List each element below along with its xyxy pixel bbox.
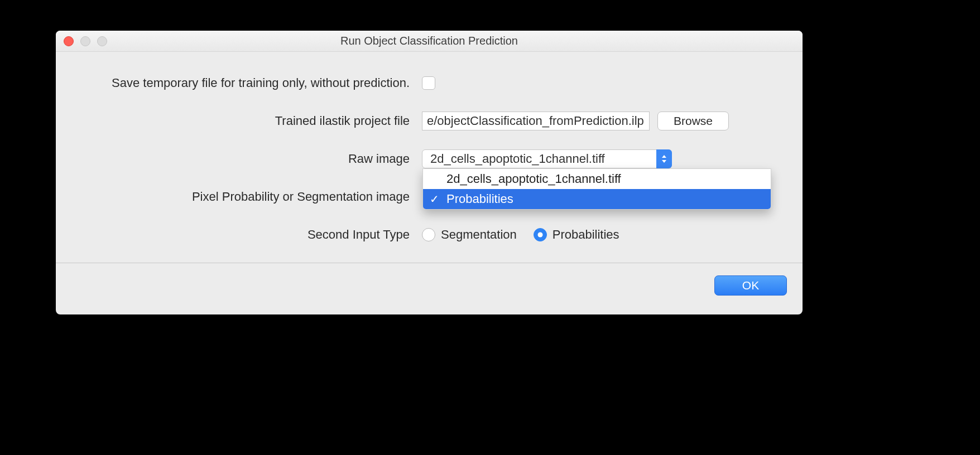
row-save-temp: Save temporary file for training only, w… [71, 73, 787, 93]
check-icon: ✓ [430, 192, 439, 206]
dialog-content: Save temporary file for training only, w… [56, 52, 803, 314]
dialog-window: Run Object Classification Prediction Sav… [56, 31, 803, 314]
browse-button[interactable]: Browse [657, 112, 729, 130]
row-raw-image: Raw image 2d_cells_apoptotic_1channel.ti… [71, 149, 787, 169]
radio-icon [422, 228, 435, 241]
close-icon[interactable] [64, 36, 74, 46]
dropdown-item-label: Probabilities [446, 192, 513, 206]
radio-label: Probabilities [553, 228, 619, 242]
project-file-input[interactable]: e/objectClassification_fromPrediction.il… [422, 112, 650, 130]
raw-image-dropdown: 2d_cells_apoptotic_1channel.tiff ✓ Proba… [422, 168, 771, 210]
ok-button[interactable]: OK [714, 275, 787, 296]
dropdown-item-label: 2d_cells_apoptotic_1channel.tiff [446, 172, 621, 186]
dropdown-item-selected[interactable]: ✓ Probabilities [423, 189, 771, 209]
second-input-radio-group: Segmentation Probabilities [422, 228, 619, 242]
window-title: Run Object Classification Prediction [56, 35, 803, 47]
second-input-label: Second Input Type [71, 228, 422, 242]
project-file-value: e/objectClassification_fromPrediction.il… [427, 114, 644, 128]
radio-option-probabilities[interactable]: Probabilities [534, 228, 619, 242]
maximize-icon[interactable] [97, 36, 107, 46]
dropdown-item[interactable]: 2d_cells_apoptotic_1channel.tiff [423, 169, 771, 189]
pixel-prob-label: Pixel Probability or Segmentation image [71, 190, 422, 204]
save-temp-checkbox[interactable] [422, 76, 435, 90]
save-temp-label: Save temporary file for training only, w… [71, 76, 422, 90]
radio-label: Segmentation [441, 228, 517, 242]
raw-image-combo[interactable]: 2d_cells_apoptotic_1channel.tiff 2d_cell… [422, 149, 672, 168]
row-project-file: Trained ilastik project file e/objectCla… [71, 111, 787, 131]
dialog-footer: OK [71, 273, 787, 309]
chevron-updown-icon [656, 149, 672, 168]
project-file-label: Trained ilastik project file [71, 114, 422, 128]
row-second-input: Second Input Type Segmentation Probabili… [71, 225, 787, 245]
raw-image-label: Raw image [71, 152, 422, 166]
minimize-icon[interactable] [80, 36, 90, 46]
separator [56, 263, 803, 263]
radio-option-segmentation[interactable]: Segmentation [422, 228, 517, 242]
titlebar: Run Object Classification Prediction [56, 31, 803, 52]
window-controls [56, 36, 107, 46]
raw-image-value: 2d_cells_apoptotic_1channel.tiff [430, 152, 605, 166]
radio-icon [534, 228, 547, 241]
